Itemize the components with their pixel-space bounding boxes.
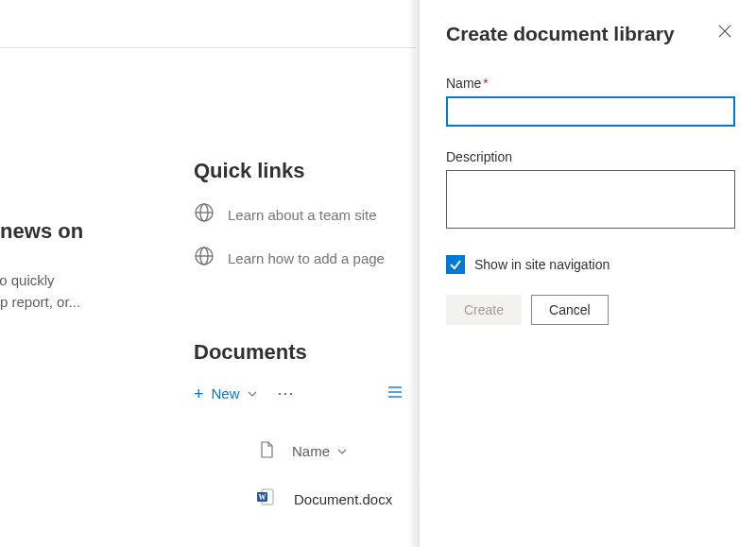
new-button-label: New: [212, 385, 240, 402]
description-field-group: Description: [446, 149, 735, 232]
panel-title: Create document library: [446, 23, 675, 45]
name-label: Name*: [446, 76, 735, 91]
show-in-nav-label: Show in site navigation: [474, 257, 610, 272]
documents-toolbar: + New ···: [194, 384, 411, 403]
create-library-panel: Create document library Name* Descriptio…: [420, 0, 756, 547]
description-label: Description: [446, 149, 735, 164]
column-name[interactable]: Name: [292, 443, 347, 459]
news-body: e able to quickly date, trip report, or.…: [0, 270, 170, 313]
chevron-down-icon: [248, 388, 257, 399]
file-type-icon: [260, 441, 273, 461]
documents-column-header: Name: [194, 441, 411, 461]
panel-button-row: Create Cancel: [446, 295, 735, 325]
show-in-nav-checkbox[interactable]: [446, 255, 465, 274]
news-section: with news on e able to quickly date, tri…: [0, 219, 170, 313]
show-in-nav-row: Show in site navigation: [446, 255, 735, 274]
quick-links-section: Quick links Learn about a team site Lear…: [194, 159, 411, 289]
view-options-button[interactable]: [388, 385, 411, 402]
description-input[interactable]: [446, 170, 735, 229]
quick-link-team-site[interactable]: Learn about a team site: [194, 202, 411, 227]
close-icon: [718, 25, 731, 38]
quick-link-label: Learn how to add a page: [228, 250, 385, 266]
name-field-group: Name*: [446, 76, 735, 127]
divider: [0, 47, 416, 48]
quick-link-label: Learn about a team site: [228, 207, 377, 223]
word-file-icon: W: [256, 487, 275, 510]
svg-text:W: W: [259, 493, 266, 502]
close-button[interactable]: [714, 23, 735, 43]
new-button[interactable]: + New: [194, 385, 257, 402]
chevron-down-icon: [337, 449, 347, 454]
panel-header: Create document library: [446, 23, 735, 45]
document-filename: Document.docx: [294, 491, 392, 507]
quick-links-title: Quick links: [194, 159, 411, 183]
documents-section: Documents + New ···: [194, 340, 411, 510]
name-input[interactable]: [446, 96, 735, 127]
check-icon: [449, 258, 462, 271]
news-title-fragment: with news on: [0, 219, 170, 244]
globe-icon: [194, 246, 215, 270]
more-actions-button[interactable]: ···: [278, 384, 295, 403]
cancel-button[interactable]: Cancel: [531, 295, 609, 325]
globe-icon: [194, 202, 215, 227]
plus-icon: +: [194, 385, 204, 402]
background-page: with news on e able to quickly date, tri…: [0, 0, 416, 547]
document-row[interactable]: W Document.docx: [194, 487, 411, 510]
documents-title: Documents: [194, 340, 411, 365]
quick-link-add-page[interactable]: Learn how to add a page: [194, 246, 411, 270]
create-button[interactable]: Create: [446, 295, 522, 325]
required-indicator: *: [483, 76, 488, 91]
